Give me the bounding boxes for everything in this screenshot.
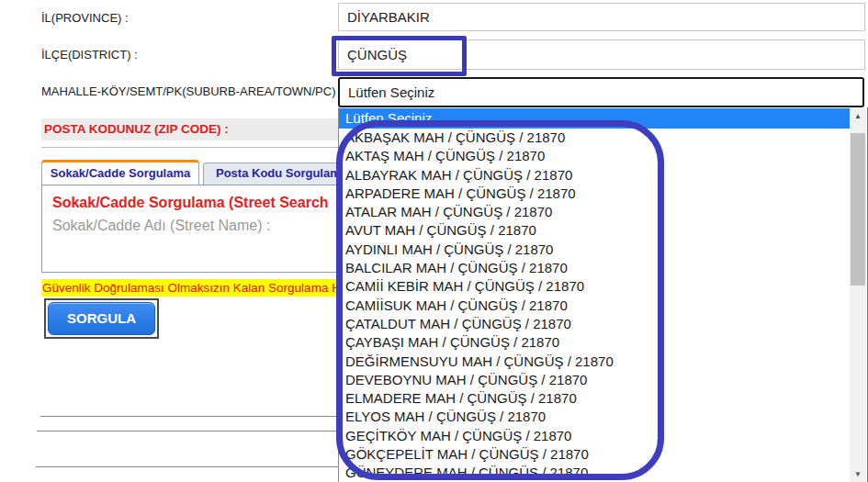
dropdown-option[interactable]: DEĞİRMENSUYU MAH / ÇÜNGÜŞ / 21870: [339, 353, 851, 371]
province-input[interactable]: [338, 3, 865, 31]
dropdown-option[interactable]: GÜNEYDERE MAH / ÇÜNGÜŞ / 21870: [339, 464, 851, 482]
dropdown-option[interactable]: ALBAYRAK MAH / ÇÜNGÜŞ / 21870: [339, 166, 851, 185]
dropdown-option[interactable]: AYDINLI MAH / ÇÜNGÜŞ / 21870: [339, 241, 851, 259]
dropdown-option[interactable]: DEVEBOYNU MAH / ÇÜNGÜŞ / 21870: [339, 371, 851, 389]
dropdown-option[interactable]: AKTAŞ MAH / ÇÜNGÜŞ / 21870: [339, 147, 851, 165]
dropdown-option[interactable]: AVUT MAH / ÇÜNGÜŞ / 21870: [339, 221, 851, 240]
district-input[interactable]: [338, 39, 865, 70]
scroll-down-icon[interactable]: ▼: [850, 466, 866, 482]
dropdown-option[interactable]: ELMADERE MAH / ÇÜNGÜŞ / 21870: [339, 389, 851, 408]
dropdown-option[interactable]: GÖKÇEPELİT MAH / ÇÜNGÜŞ / 21870: [339, 445, 851, 464]
suburb-select[interactable]: Lütfen Seçiniz: [338, 77, 864, 107]
dropdown-option[interactable]: BALCILAR MAH / ÇÜNGÜŞ / 21870: [339, 259, 851, 277]
dropdown-options: AKBAŞAK MAH / ÇÜNGÜŞ / 21870 AKTAŞ MAH /…: [339, 129, 851, 482]
dropdown-option-selected[interactable]: Lütfen Seçiniz: [339, 108, 851, 129]
dropdown-option[interactable]: ARPADERE MAH / ÇÜNGÜŞ / 21870: [339, 185, 851, 203]
warning-text: Güvenlik Doğrulaması Olmaksızın Kalan So…: [42, 281, 341, 295]
dropdown-option[interactable]: GEÇİTKÖY MAH / ÇÜNGÜŞ / 21870: [339, 427, 851, 445]
scroll-up-icon[interactable]: ▲: [850, 108, 866, 124]
province-label: İL(PROVINCE) :: [41, 11, 129, 25]
suburb-label: MAHALLE-KÖY/SEMT/PK(SUBURB-AREA/TOWN/PC)…: [41, 84, 343, 98]
tab-street-search[interactable]: Sokak/Cadde Sorgulama: [41, 160, 199, 185]
tab-zip-search[interactable]: Posta Kodu Sorgulama: [203, 163, 360, 185]
sorgula-button[interactable]: SORGULA: [48, 302, 155, 335]
dropdown-option[interactable]: ÇAYBAŞI MAH / ÇÜNGÜŞ / 21870: [339, 333, 851, 352]
scrollbar-thumb[interactable]: [851, 133, 865, 286]
street-search-heading: Sokak/Cadde Sorgulama (Street Search: [52, 195, 329, 211]
postal-code-lookup-page: İL(PROVINCE) : İLÇE(DISTRICT) : MAHALLE-…: [0, 0, 868, 482]
dropdown-option[interactable]: ATALAR MAH / ÇÜNGÜŞ / 21870: [339, 203, 851, 221]
dropdown-option[interactable]: ÇATALDUT MAH / ÇÜNGÜŞ / 21870: [339, 315, 851, 333]
dropdown-option[interactable]: CAMİİSUK MAH / ÇÜNGÜŞ / 21870: [339, 297, 851, 315]
suburb-dropdown-list: Lütfen Seçiniz AKBAŞAK MAH / ÇÜNGÜŞ / 21…: [338, 107, 868, 482]
dropdown-option[interactable]: AKBAŞAK MAH / ÇÜNGÜŞ / 21870: [339, 129, 851, 147]
district-label: İLÇE(DISTRICT) :: [41, 48, 138, 62]
street-name-label: Sokak/Cadde Adı (Street Name) :: [52, 218, 270, 234]
zip-code-label: POSTA KODUNUZ (ZIP CODE) :: [44, 122, 229, 136]
dropdown-scrollbar[interactable]: ▲ ▼: [850, 108, 866, 482]
dropdown-option[interactable]: CAMİİ KEBİR MAH / ÇÜNGÜŞ / 21870: [339, 277, 851, 296]
dropdown-option[interactable]: ELYOS MAH / ÇÜNGÜŞ / 21870: [339, 408, 851, 426]
